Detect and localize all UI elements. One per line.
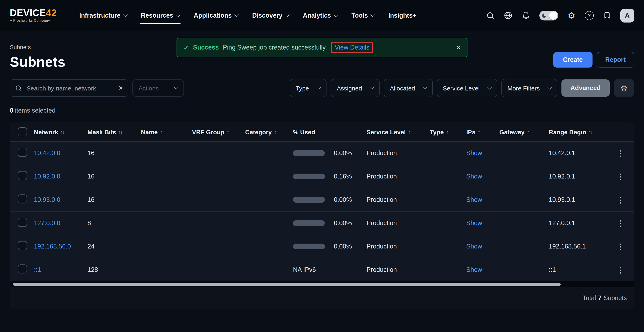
- service-level-cell: Production: [366, 266, 430, 273]
- ips-show-link[interactable]: Show: [466, 173, 482, 180]
- row-menu-icon[interactable]: ⋮: [616, 173, 624, 180]
- globe-icon[interactable]: [504, 11, 512, 20]
- service-level-cell: Production: [366, 243, 430, 250]
- brand-name: DEVICE: [10, 8, 46, 18]
- column-header-gateway[interactable]: Gateway↑↓: [499, 128, 549, 135]
- nav-item-label: Analytics: [303, 12, 331, 19]
- table-settings-button[interactable]: ⚙: [614, 79, 634, 97]
- page-title: Subnets: [10, 54, 66, 70]
- usage-percent: 0.00%: [325, 243, 352, 250]
- filter-dropdown-assigned[interactable]: Assigned: [330, 79, 380, 97]
- select-all-checkbox[interactable]: [18, 127, 27, 136]
- clear-search-icon[interactable]: ×: [119, 84, 123, 92]
- range-begin-cell: 127.0.0.1: [549, 219, 609, 227]
- usage-percent: 0.00%: [325, 219, 352, 227]
- table-body: 10.42.0.0 16 0.00% Production Show 10.42…: [10, 142, 634, 281]
- service-level-cell: Production: [366, 219, 430, 227]
- ips-show-link[interactable]: Show: [466, 196, 482, 203]
- row-checkbox[interactable]: [18, 264, 27, 273]
- column-header-network[interactable]: Network↑↓: [34, 128, 88, 135]
- nav-item-tools[interactable]: Tools: [352, 0, 374, 31]
- breadcrumb[interactable]: Subnets: [10, 44, 66, 50]
- sort-arrows-icon: ↑↓: [408, 129, 412, 134]
- nav-item-resources[interactable]: Resources: [141, 0, 180, 31]
- row-checkbox[interactable]: [18, 171, 27, 180]
- settings-icon[interactable]: ⚙: [568, 11, 575, 20]
- chevron-down-icon: [422, 85, 427, 90]
- nav-item-applications[interactable]: Applications: [194, 0, 238, 31]
- row-menu-icon[interactable]: ⋮: [616, 243, 624, 250]
- column-header-vrf-group[interactable]: VRF Group↑↓: [192, 128, 245, 135]
- network-link[interactable]: 192.168.56.0: [34, 243, 71, 250]
- table-row: 10.92.0.0 16 0.16% Production Show 10.92…: [10, 164, 634, 188]
- column-header-type[interactable]: Type↑↓: [430, 128, 466, 135]
- ips-show-link[interactable]: Show: [466, 149, 482, 156]
- row-checkbox[interactable]: [18, 195, 27, 204]
- network-link[interactable]: 10.92.0.0: [34, 173, 60, 180]
- row-menu-icon[interactable]: ⋮: [616, 196, 624, 204]
- filter-dropdown-type[interactable]: Type: [290, 79, 326, 97]
- filter-dropdown-allocated[interactable]: Allocated: [384, 79, 432, 97]
- user-avatar[interactable]: A: [620, 9, 634, 22]
- bookmark-icon[interactable]: [603, 12, 611, 19]
- success-banner: ✓ Success Ping Sweep job created success…: [176, 38, 468, 57]
- nav-item-label: Tools: [352, 12, 368, 19]
- sort-arrows-icon: ↑↓: [274, 129, 278, 134]
- nav-item-label: Insights+: [388, 12, 416, 19]
- row-menu-icon[interactable]: ⋮: [616, 149, 624, 157]
- actions-dropdown[interactable]: Actions: [132, 79, 184, 97]
- filter-dropdown-more-filters[interactable]: More Filters: [501, 79, 557, 97]
- mask-bits-cell: 16: [88, 173, 141, 180]
- notifications-icon[interactable]: [522, 11, 530, 20]
- usage-bar: [293, 197, 325, 203]
- help-icon[interactable]: ?: [585, 11, 594, 20]
- chevron-down-icon: [176, 12, 180, 17]
- search-icon[interactable]: [486, 11, 494, 20]
- row-checkbox[interactable]: [18, 218, 27, 227]
- create-button[interactable]: Create: [553, 52, 593, 68]
- column-header-range-begin[interactable]: Range Begin↑↓: [549, 128, 609, 135]
- row-checkbox[interactable]: [18, 241, 27, 250]
- network-link[interactable]: 10.42.0.0: [34, 149, 60, 156]
- brand-logo[interactable]: DEVICE42 A Freshworks Company: [10, 9, 63, 23]
- usage-bar: [293, 244, 325, 249]
- chevron-down-icon: [174, 85, 178, 90]
- usage-bar: [293, 174, 325, 179]
- column-header-service-level[interactable]: Service Level↑↓: [366, 128, 430, 135]
- report-button[interactable]: Report: [596, 52, 634, 68]
- ips-show-link[interactable]: Show: [466, 266, 482, 273]
- percent-used-cell: NA IPv6: [293, 266, 366, 273]
- sort-arrows-icon: ↑↓: [446, 129, 450, 134]
- advanced-button[interactable]: Advanced: [562, 79, 610, 97]
- check-icon: ✓: [184, 44, 189, 51]
- nav-item-discovery[interactable]: Discovery: [252, 0, 289, 31]
- filter-dropdown-service-level[interactable]: Service Level: [436, 79, 497, 97]
- chevron-down-icon: [487, 85, 492, 90]
- horizontal-scrollbar[interactable]: [13, 283, 561, 286]
- network-link[interactable]: 10.93.0.0: [34, 196, 60, 203]
- column-header-category[interactable]: Category↑↓: [245, 128, 293, 135]
- network-link[interactable]: 127.0.0.0: [34, 219, 60, 226]
- percent-used-cell: 0.16%: [293, 173, 366, 180]
- view-details-link[interactable]: View Details: [335, 44, 370, 51]
- range-begin-cell: 192.168.56.1: [549, 243, 609, 250]
- row-menu-icon[interactable]: ⋮: [616, 219, 624, 227]
- table-row: 192.168.56.0 24 0.00% Production Show 19…: [10, 235, 634, 258]
- network-link[interactable]: ::1: [34, 266, 41, 273]
- table-row: 10.93.0.0 16 0.00% Production Show 10.93…: [10, 188, 634, 211]
- usage-bar: [293, 150, 325, 156]
- row-menu-icon[interactable]: ⋮: [616, 266, 624, 274]
- column-header-mask-bits[interactable]: Mask Bits↑↓: [88, 128, 141, 135]
- column-header-name[interactable]: Name↑↓: [141, 128, 192, 135]
- search-input[interactable]: [26, 84, 115, 92]
- percent-used-cell: 0.00%: [293, 243, 366, 250]
- close-icon[interactable]: ×: [456, 44, 460, 51]
- ips-show-link[interactable]: Show: [466, 219, 482, 226]
- row-checkbox[interactable]: [18, 148, 27, 157]
- nav-item-analytics[interactable]: Analytics: [303, 0, 338, 31]
- nav-item-insights[interactable]: Insights+: [388, 0, 416, 31]
- theme-toggle[interactable]: [540, 11, 558, 20]
- nav-item-infrastructure[interactable]: Infrastructure: [79, 0, 127, 31]
- column-header-ips[interactable]: IPs↑↓: [466, 128, 499, 135]
- ips-show-link[interactable]: Show: [466, 243, 482, 250]
